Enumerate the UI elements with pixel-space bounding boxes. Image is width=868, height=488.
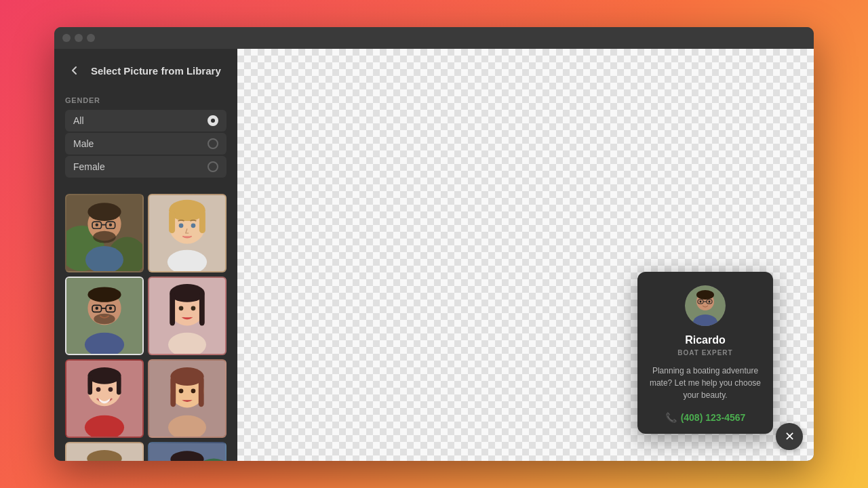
profile-phone[interactable]: 📞 (408) 123-4567	[665, 412, 746, 423]
svg-point-77	[709, 301, 711, 303]
svg-point-4	[87, 203, 121, 221]
svg-point-40	[87, 367, 121, 384]
close-icon: ✕	[785, 429, 795, 444]
photo-thumb-5[interactable]	[65, 359, 144, 438]
phone-icon: 📞	[665, 412, 677, 423]
phone-number: (408) 123-4567	[681, 412, 746, 423]
radio-female[interactable]: Female	[65, 156, 226, 178]
svg-point-5	[93, 231, 116, 243]
radio-all-label: All	[73, 115, 84, 126]
svg-point-76	[700, 301, 702, 303]
profile-role: BOAT EXPERT	[677, 349, 732, 357]
svg-point-22	[87, 287, 121, 302]
profile-avatar	[685, 285, 726, 326]
title-bar	[54, 27, 814, 49]
photo-thumb-1[interactable]	[65, 194, 144, 272]
main-content: Ricardo BOAT EXPERT Planning a boating a…	[237, 49, 814, 461]
svg-rect-33	[170, 291, 175, 325]
close-traffic-light[interactable]	[62, 34, 71, 42]
gender-filter-label: GENDER	[65, 96, 226, 104]
photo-grid	[54, 188, 237, 461]
sidebar-header: Select Picture from Library	[54, 49, 237, 91]
back-button[interactable]	[65, 61, 84, 80]
svg-rect-49	[170, 377, 176, 407]
photo-thumb-4[interactable]	[148, 277, 226, 355]
minimize-traffic-light[interactable]	[75, 34, 83, 42]
svg-point-17	[179, 223, 184, 228]
sidebar-title: Select Picture from Library	[91, 65, 221, 77]
svg-point-72	[696, 290, 714, 300]
window-content: Select Picture from Library GENDER All M…	[54, 49, 814, 461]
svg-rect-34	[199, 291, 205, 325]
svg-point-10	[109, 223, 112, 226]
radio-male-dot	[208, 138, 218, 149]
photo-thumb-3[interactable]	[65, 277, 144, 355]
svg-point-35	[179, 306, 184, 310]
svg-point-52	[191, 388, 196, 393]
svg-point-36	[191, 306, 196, 310]
radio-female-dot	[208, 161, 218, 172]
radio-male[interactable]: Male	[65, 133, 226, 155]
profile-name: Ricardo	[685, 334, 726, 346]
radio-female-label: Female	[73, 161, 105, 172]
maximize-traffic-light[interactable]	[87, 34, 95, 42]
app-window: Select Picture from Library GENDER All M…	[54, 27, 814, 461]
svg-point-44	[108, 387, 113, 392]
traffic-lights	[62, 34, 95, 42]
profile-bio: Planning a boating adventure mate? Let m…	[648, 365, 762, 401]
svg-point-9	[96, 223, 98, 226]
svg-rect-16	[199, 210, 205, 233]
svg-rect-15	[169, 210, 175, 233]
svg-rect-42	[117, 375, 121, 394]
svg-point-51	[179, 388, 184, 393]
radio-all-dot	[208, 115, 218, 126]
sidebar: Select Picture from Library GENDER All M…	[54, 49, 237, 461]
svg-point-23	[94, 314, 115, 325]
svg-rect-41	[87, 375, 92, 394]
svg-point-28	[109, 307, 112, 310]
photo-thumb-7[interactable]	[65, 442, 144, 461]
svg-rect-50	[199, 377, 204, 407]
close-button[interactable]: ✕	[776, 423, 803, 450]
radio-all[interactable]: All	[65, 110, 226, 131]
profile-card: Ricardo BOAT EXPERT Planning a boating a…	[637, 272, 773, 434]
photo-thumb-6[interactable]	[148, 359, 226, 438]
gender-radio-group: All Male Female	[65, 110, 226, 178]
photo-thumb-2[interactable]	[148, 194, 226, 272]
photo-thumb-8[interactable]	[148, 442, 226, 461]
svg-point-27	[96, 307, 98, 310]
svg-point-18	[191, 223, 196, 228]
svg-point-43	[96, 387, 101, 392]
gender-filter-section: GENDER All Male Female	[54, 91, 237, 188]
radio-male-label: Male	[73, 138, 94, 149]
